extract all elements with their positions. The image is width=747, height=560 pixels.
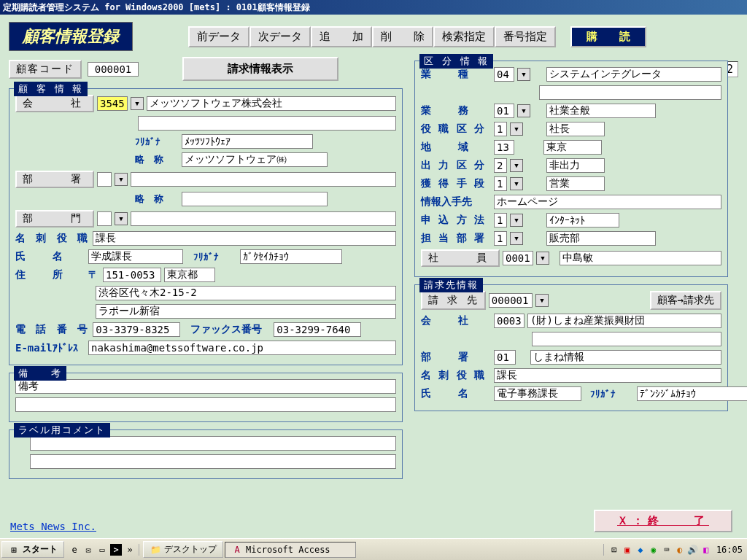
industry-dropdown-icon[interactable]: ▼ bbox=[517, 68, 530, 81]
company-name2-input[interactable] bbox=[138, 116, 396, 131]
remarks-line1-input[interactable] bbox=[15, 379, 396, 394]
cmd-icon[interactable]: > bbox=[110, 544, 122, 556]
bill-company-code-input[interactable] bbox=[494, 314, 525, 328]
bill-company2-input[interactable] bbox=[532, 332, 721, 346]
region-code-input[interactable] bbox=[494, 140, 514, 155]
tray-icon-2[interactable]: ▣ bbox=[622, 544, 633, 556]
start-button[interactable]: ⊞スタート bbox=[1, 541, 64, 558]
bumon-code-input[interactable] bbox=[97, 211, 112, 226]
next-data-button[interactable]: 次データ bbox=[249, 26, 311, 47]
bill-busho-code-input[interactable] bbox=[494, 350, 516, 365]
bill-dest-button[interactable]: 請 求 先 bbox=[421, 291, 486, 310]
tray-icon-4[interactable]: ◉ bbox=[648, 544, 659, 556]
label-line2-input[interactable] bbox=[30, 454, 396, 469]
copy-customer-button[interactable]: 顧客→請求先 bbox=[650, 291, 721, 310]
ie-icon[interactable]: e bbox=[69, 544, 80, 556]
remarks-line2-input[interactable] bbox=[15, 397, 396, 412]
tel-input[interactable] bbox=[93, 322, 180, 337]
prev-data-button[interactable]: 前データ bbox=[188, 26, 249, 47]
busho-dropdown-icon[interactable]: ▼ bbox=[115, 173, 128, 186]
tanto-input[interactable] bbox=[546, 231, 656, 246]
industry2-input[interactable] bbox=[539, 85, 721, 100]
region-input[interactable] bbox=[543, 140, 602, 155]
taskbar-desktop-item[interactable]: 📁デスクトップ bbox=[143, 541, 223, 558]
kakutoku-code-input[interactable] bbox=[494, 176, 507, 191]
gyomu-code-input[interactable] bbox=[494, 104, 514, 118]
number-button[interactable]: 番号指定 bbox=[495, 26, 556, 47]
customer-code-button[interactable]: 顧客コード bbox=[9, 60, 82, 79]
busho-abbr-input[interactable] bbox=[182, 192, 328, 206]
tanto-code-input[interactable] bbox=[494, 231, 507, 246]
bill-dropdown-icon[interactable]: ▼ bbox=[535, 294, 549, 307]
moushi-dropdown-icon[interactable]: ▼ bbox=[510, 214, 523, 227]
company-button[interactable]: 会 社 bbox=[15, 95, 94, 112]
busho-button[interactable]: 部 署 bbox=[15, 171, 94, 188]
desktop-icon[interactable]: ▭ bbox=[96, 544, 108, 556]
tray-volume-icon[interactable]: 🔊 bbox=[687, 544, 699, 556]
gyomu-dropdown-icon[interactable]: ▼ bbox=[517, 104, 530, 117]
industry-input[interactable] bbox=[546, 67, 721, 82]
tray-icon-8[interactable]: ◧ bbox=[700, 544, 712, 556]
zip-input[interactable] bbox=[103, 268, 161, 282]
add-button[interactable]: 追 加 bbox=[311, 26, 372, 47]
position-input[interactable] bbox=[93, 231, 396, 246]
shain-dropdown-icon[interactable]: ▼ bbox=[536, 252, 549, 265]
addr1-input[interactable] bbox=[96, 286, 396, 300]
clock: 16:05 bbox=[716, 545, 743, 555]
industry-code-input[interactable] bbox=[494, 67, 514, 82]
kakutoku-input[interactable] bbox=[546, 176, 605, 191]
bumon-dropdown-icon[interactable]: ▼ bbox=[115, 212, 128, 225]
company-dropdown-icon[interactable]: ▼ bbox=[131, 97, 144, 110]
name-furi-input[interactable] bbox=[240, 249, 342, 264]
busho-name-input[interactable] bbox=[131, 172, 396, 187]
label-line1-input[interactable] bbox=[30, 436, 396, 451]
company-name-input[interactable] bbox=[147, 96, 396, 111]
bill-busho-input[interactable] bbox=[530, 350, 721, 365]
tanto-dropdown-icon[interactable]: ▼ bbox=[510, 232, 523, 245]
bumon-name-input[interactable] bbox=[131, 211, 396, 226]
delete-button[interactable]: 削 除 bbox=[372, 26, 433, 47]
shain-code-input[interactable] bbox=[503, 251, 533, 265]
output-code-input[interactable] bbox=[494, 158, 507, 173]
bill-company-input[interactable] bbox=[527, 314, 721, 328]
subscribe-button[interactable]: 購 読 bbox=[570, 26, 646, 47]
gyomu-input[interactable] bbox=[546, 104, 656, 118]
company-code-input[interactable] bbox=[97, 96, 128, 111]
tray-icon-6[interactable]: ◐ bbox=[674, 544, 686, 556]
tray-icon-1[interactable]: ⊡ bbox=[608, 544, 620, 556]
company-abbr-input[interactable] bbox=[182, 152, 328, 167]
name-input[interactable] bbox=[88, 249, 183, 264]
addr2-input[interactable] bbox=[96, 304, 396, 319]
outlook-icon[interactable]: ✉ bbox=[82, 544, 94, 556]
joho-input[interactable] bbox=[494, 195, 721, 209]
shain-input[interactable] bbox=[560, 251, 721, 265]
bill-code-input[interactable] bbox=[489, 293, 533, 308]
busho-code-input[interactable] bbox=[97, 172, 112, 187]
shain-button[interactable]: 社 員 bbox=[421, 249, 500, 267]
fax-input[interactable] bbox=[274, 322, 361, 337]
tray-icon-3[interactable]: ◆ bbox=[635, 544, 646, 556]
yaku-input[interactable] bbox=[546, 122, 605, 136]
footer-link[interactable]: Mets News Inc. bbox=[10, 521, 96, 532]
moushi-code-input[interactable] bbox=[494, 213, 507, 228]
bumon-button[interactable]: 部 門 bbox=[15, 210, 94, 228]
tray-icon-5[interactable]: ⌨ bbox=[661, 544, 673, 556]
more-icon[interactable]: » bbox=[124, 544, 136, 556]
billing-info-button[interactable]: 請求情報表示 bbox=[182, 57, 338, 81]
bill-name-input[interactable] bbox=[494, 386, 581, 401]
bill-furi-input[interactable] bbox=[637, 386, 747, 401]
bill-title-input[interactable] bbox=[494, 368, 721, 383]
yaku-dropdown-icon[interactable]: ▼ bbox=[510, 122, 523, 136]
customer-code-input[interactable] bbox=[88, 62, 139, 77]
exit-button[interactable]: Ｘ：終 了 bbox=[594, 510, 732, 532]
moushi-input[interactable] bbox=[546, 213, 619, 228]
company-furigana-input[interactable] bbox=[182, 134, 313, 149]
email-input[interactable] bbox=[88, 341, 396, 355]
yaku-code-input[interactable] bbox=[494, 122, 507, 136]
kakutoku-dropdown-icon[interactable]: ▼ bbox=[510, 177, 523, 190]
search-button[interactable]: 検索指定 bbox=[433, 26, 495, 47]
output-dropdown-icon[interactable]: ▼ bbox=[510, 159, 523, 172]
pref-input[interactable] bbox=[164, 268, 215, 282]
output-input[interactable] bbox=[546, 158, 605, 173]
taskbar-access-item[interactable]: AMicrosoft Access bbox=[225, 542, 356, 558]
